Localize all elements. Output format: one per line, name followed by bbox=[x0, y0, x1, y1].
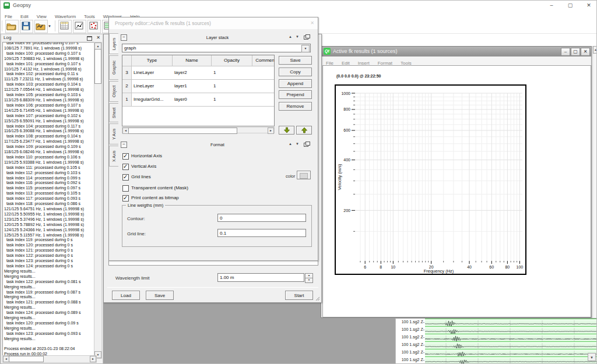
fk-close-button[interactable]: ✕ bbox=[581, 48, 590, 56]
append-layer-button[interactable]: Append bbox=[279, 79, 312, 88]
tab-object[interactable]: Object bbox=[109, 81, 118, 102]
tab-layers[interactable]: Layers bbox=[109, 33, 118, 54]
trace-row[interactable]: 100 1.sg2 Z- bbox=[396, 319, 597, 326]
log-entry: Merging results... bbox=[4, 285, 96, 290]
checkbox-horizontal-axis[interactable] bbox=[122, 153, 129, 160]
property-editor-close-icon[interactable]: ✕ bbox=[310, 20, 314, 26]
section-move-up-icon[interactable]: ▲ bbox=[289, 35, 292, 38]
table-viewer-icon[interactable] bbox=[58, 20, 72, 33]
layer-stack-section-header[interactable]: − Layer stack ▲ ▼ bbox=[120, 34, 315, 42]
property-editor-titlebar[interactable]: Property editor::Active fk results (1 so… bbox=[109, 17, 318, 29]
trace-label: 100 1.sg2 Z- bbox=[396, 358, 424, 362]
maximize-button[interactable]: ▢ bbox=[563, 2, 578, 9]
wavelength-limit-field[interactable]: 1.00 m bbox=[217, 273, 304, 282]
import-dropdown-arrow[interactable]: ▼ bbox=[48, 24, 51, 28]
trace-plot[interactable] bbox=[425, 334, 597, 342]
tab-graphic[interactable]: Graphic bbox=[109, 55, 118, 80]
trace-row[interactable]: 100 1.sg2 Z- bbox=[396, 341, 597, 349]
log-entry: 121/125 5.64751 Hz, 1 windows (1.99998 s… bbox=[4, 207, 96, 212]
table-header-cell: 1 bbox=[122, 93, 132, 107]
table-cell[interactable] bbox=[252, 66, 275, 80]
traces-scroll-down-icon[interactable]: ▼ bbox=[588, 353, 596, 361]
log-hscroll-thumb[interactable] bbox=[9, 356, 44, 362]
table-cell[interactable] bbox=[252, 93, 275, 107]
workspace-vertical-scrollbar[interactable]: ▲ bbox=[592, 46, 597, 318]
trace-plot[interactable] bbox=[425, 326, 597, 334]
log-output[interactable]: task index 99: processed during 0.107 s1… bbox=[2, 42, 97, 359]
log-vertical-scrollbar[interactable]: ▲ ▼ bbox=[94, 42, 102, 359]
checkbox-vertical-axis[interactable] bbox=[122, 164, 129, 170]
table-cell[interactable]: LineLayer bbox=[132, 80, 174, 93]
log-scroll-thumb[interactable] bbox=[94, 49, 101, 84]
log-horizontal-scrollbar[interactable]: ◄ ► bbox=[2, 355, 97, 363]
trace-plot[interactable] bbox=[425, 341, 597, 349]
fk-results-content: (0.0 0.0 0.0) @ 23:22:50 681020406080100… bbox=[322, 65, 591, 317]
import-signal-icon[interactable] bbox=[34, 20, 48, 33]
graphic-viewer-icon[interactable] bbox=[73, 20, 86, 33]
table-cell[interactable]: 1 bbox=[212, 93, 254, 107]
section-float-icon[interactable] bbox=[304, 36, 308, 40]
scroll-right-icon[interactable]: ► bbox=[268, 128, 274, 134]
checkbox-grid-lines[interactable] bbox=[122, 174, 129, 181]
tab-x-axis[interactable]: X Axis bbox=[109, 146, 118, 167]
scroll-up-icon[interactable]: ▲ bbox=[593, 46, 597, 54]
table-cell[interactable]: IrregularGrid... bbox=[132, 93, 174, 107]
save-layer-button[interactable]: Save bbox=[279, 56, 312, 65]
save-icon[interactable] bbox=[20, 20, 33, 33]
table-cell[interactable]: 1 bbox=[212, 66, 254, 80]
checkbox-print-content-as-bitmap[interactable] bbox=[122, 195, 129, 202]
trace-row[interactable]: 100 1.sg2 Z- bbox=[396, 326, 597, 334]
tab-sheet[interactable]: Sheet bbox=[109, 103, 118, 122]
table-cell[interactable]: LineLayer bbox=[132, 66, 174, 80]
wavelength-limit-spinner[interactable]: ▲ ▼ bbox=[305, 273, 312, 282]
fk-minimize-button[interactable]: – bbox=[561, 48, 570, 56]
minimize-button[interactable]: – bbox=[544, 2, 559, 9]
toolbox-save-button[interactable]: Save bbox=[146, 291, 174, 300]
trace-plot[interactable] bbox=[425, 349, 597, 357]
trace-plot[interactable] bbox=[425, 319, 597, 327]
section-move-up-icon[interactable]: ▲ bbox=[289, 142, 292, 146]
trace-row[interactable]: 100 1.sg2 Z- bbox=[396, 356, 597, 364]
fk-velocity-frequency-chart[interactable]: 6810204060801001000800600400200Velocity … bbox=[323, 66, 591, 317]
move-layer-down-button[interactable] bbox=[279, 126, 294, 135]
table-cell[interactable]: layer1 bbox=[173, 80, 213, 93]
layer-table-hscrollbar[interactable]: ◄ ► bbox=[122, 127, 275, 133]
fk-maximize-button[interactable]: ▢ bbox=[571, 48, 580, 56]
grid-line-field[interactable]: 0.1 bbox=[217, 229, 306, 237]
contour-field[interactable]: 0 bbox=[217, 214, 306, 222]
layer-table-hscroll-thumb[interactable] bbox=[128, 128, 237, 134]
table-cell[interactable]: layer2 bbox=[173, 66, 213, 80]
format-section-header[interactable]: − Format ▲ ▼ bbox=[120, 141, 315, 149]
object-selector-dropdown[interactable]: graph ▼ bbox=[122, 44, 311, 52]
dropdown-arrow-icon[interactable]: ▼ bbox=[301, 45, 310, 52]
table-cell[interactable]: 1 bbox=[212, 80, 254, 93]
trace-plot[interactable] bbox=[425, 356, 597, 364]
section-move-down-icon[interactable]: ▼ bbox=[296, 35, 299, 38]
tab-y-axis[interactable]: Y Axis bbox=[109, 123, 118, 144]
object-selector-value: graph bbox=[124, 45, 136, 51]
array-viewer-icon[interactable] bbox=[87, 20, 101, 33]
spinner-down-icon[interactable]: ▼ bbox=[305, 278, 313, 283]
close-button[interactable]: ✕ bbox=[581, 2, 596, 9]
trace-row[interactable]: 100 1.sg2 Z- bbox=[396, 334, 597, 341]
copy-layer-button[interactable]: Copy bbox=[279, 68, 312, 76]
grid-color-swatch[interactable] bbox=[297, 171, 311, 179]
section-float-icon[interactable] bbox=[304, 143, 308, 147]
trace-row[interactable]: 100 1.sg2 Z- bbox=[396, 349, 597, 356]
prepend-layer-button[interactable]: Prepend bbox=[279, 90, 312, 99]
toolbox-load-button[interactable]: Load bbox=[112, 291, 140, 300]
table-cell[interactable]: layer0 bbox=[173, 93, 213, 107]
table-cell[interactable] bbox=[252, 80, 275, 93]
scroll-right-icon[interactable]: ► bbox=[90, 356, 96, 362]
close-panel-icon[interactable]: ✕ bbox=[96, 35, 100, 40]
toolbox-start-button[interactable]: Start bbox=[285, 291, 313, 300]
checkbox-transparent-content-mask-[interactable] bbox=[122, 185, 129, 192]
section-move-down-icon[interactable]: ▼ bbox=[296, 142, 299, 146]
open-folder-icon[interactable] bbox=[5, 20, 19, 33]
resize-grip-icon[interactable] bbox=[315, 296, 320, 301]
float-panel-icon[interactable] bbox=[87, 36, 92, 41]
layer-stack-table[interactable]: TypeNameOpacityCommen3LineLayerlayer212L… bbox=[122, 55, 275, 126]
fk-results-titlebar[interactable]: Qt Active fk results (1 sources) – ▢ ✕ bbox=[321, 47, 591, 56]
move-layer-up-button[interactable] bbox=[296, 126, 312, 135]
remove-layer-button[interactable]: Remove bbox=[279, 102, 312, 111]
